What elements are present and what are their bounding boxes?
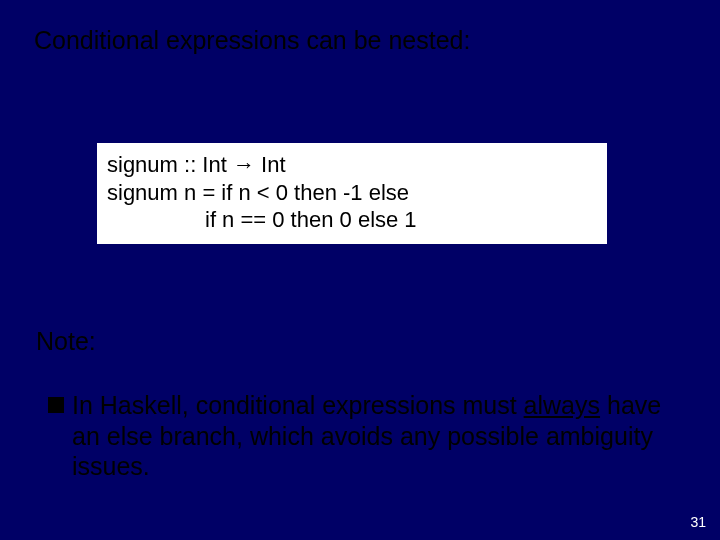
bullet-text-underlined: always [524, 391, 600, 419]
bullet-text-pre: In Haskell, conditional expressions must [72, 391, 524, 419]
slide: Conditional expressions can be nested: s… [0, 0, 720, 540]
note-label: Note: [36, 327, 96, 356]
page-number: 31 [690, 514, 706, 530]
code-box: signum :: Int → Int signum n = if n < 0 … [97, 143, 607, 244]
code-line-1: signum :: Int → Int [107, 151, 597, 179]
code-line-2: signum n = if n < 0 then -1 else [107, 179, 597, 207]
bullet-item: In Haskell, conditional expressions must… [48, 390, 678, 482]
code-line-3: if n == 0 then 0 else 1 [107, 206, 597, 234]
bullet-text: In Haskell, conditional expressions must… [72, 390, 678, 482]
slide-heading: Conditional expressions can be nested: [34, 26, 470, 55]
square-bullet-icon [48, 397, 64, 413]
